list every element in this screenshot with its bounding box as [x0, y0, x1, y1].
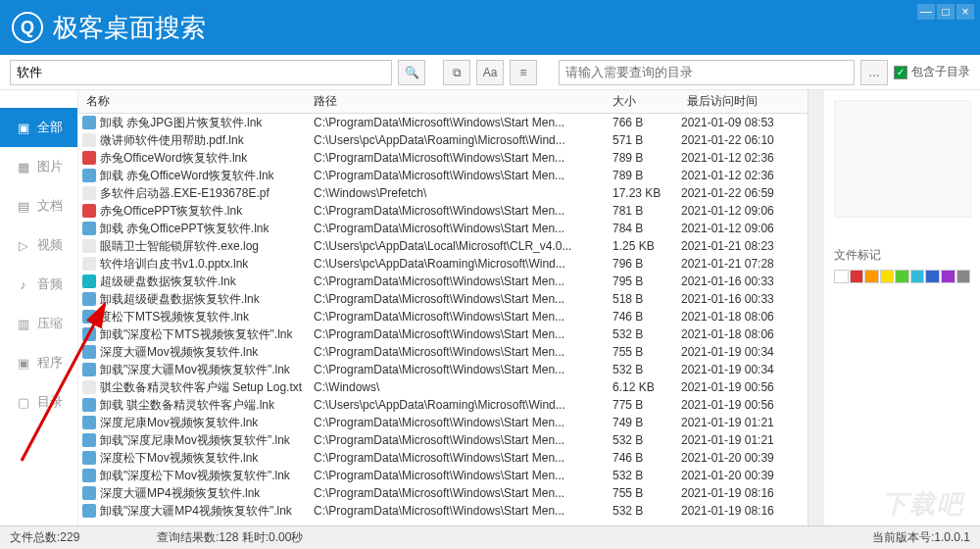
- search-input[interactable]: [10, 60, 392, 85]
- copy-button[interactable]: ⧉: [443, 60, 470, 85]
- file-list: 名称 路径 大小 最后访问时间 卸载 赤兔JPG图片恢复软件.lnkC:\Pro…: [78, 90, 808, 525]
- cell-name: 赤兔OfficeWord恢复软件.lnk: [100, 150, 314, 167]
- table-row[interactable]: 深度尼康Mov视频恢复软件.lnkC:\ProgramData\Microsof…: [78, 414, 808, 431]
- table-row[interactable]: 卸载"深度松下MTS视频恢复软件".lnkC:\ProgramData\Micr…: [78, 325, 808, 343]
- tag-color-swatch[interactable]: [941, 270, 956, 283]
- tag-color-swatch[interactable]: [925, 270, 940, 283]
- tag-color-swatch[interactable]: [895, 270, 909, 283]
- cell-name: 眼睛卫士智能锁屏软件.exe.log: [100, 238, 314, 255]
- cell-size: 746 B: [612, 451, 681, 465]
- minimize-button[interactable]: —: [917, 4, 935, 20]
- cell-size: 789 B: [612, 169, 681, 182]
- file-icon: [82, 274, 96, 288]
- filter-button[interactable]: ≡: [510, 60, 537, 85]
- col-time-header[interactable]: 最后访问时间: [681, 93, 808, 110]
- table-row[interactable]: 卸载超级硬盘数据恢复软件.lnkC:\ProgramData\Microsoft…: [78, 290, 808, 308]
- cell-path: C:\ProgramData\Microsoft\Windows\Start M…: [314, 310, 612, 324]
- tag-color-swatch[interactable]: [850, 270, 864, 283]
- file-icon: [82, 469, 96, 482]
- table-row[interactable]: 深度大疆Mov视频恢复软件.lnkC:\ProgramData\Microsof…: [78, 343, 808, 361]
- col-size-header[interactable]: 大小: [612, 93, 681, 110]
- sidebar-tab-4[interactable]: ♪音频: [0, 265, 77, 304]
- cell-name: 卸载 赤兔JPG图片恢复软件.lnk: [100, 115, 314, 131]
- table-row[interactable]: 眼睛卫士智能锁屏软件.exe.logC:\Users\pc\AppData\Lo…: [78, 237, 808, 255]
- cell-path: C:\ProgramData\Microsoft\Windows\Start M…: [314, 204, 612, 218]
- cell-path: C:\ProgramData\Microsoft\Windows\Start M…: [314, 116, 612, 129]
- table-row[interactable]: 赤兔OfficeWord恢复软件.lnkC:\ProgramData\Micro…: [78, 149, 808, 167]
- file-icon: [82, 116, 96, 129]
- include-subdir-checkbox[interactable]: ✓ 包含子目录: [894, 64, 970, 80]
- file-icon: [82, 169, 96, 182]
- cell-size: 781 B: [612, 204, 681, 218]
- col-path-header[interactable]: 路径: [314, 93, 612, 110]
- file-icon: [82, 398, 96, 412]
- video-icon: ▷: [16, 237, 31, 253]
- cell-path: C:\Users\pc\AppData\Local\Microsoft\CLR_…: [314, 239, 612, 253]
- sidebar-tab-2[interactable]: ▤文档: [0, 186, 77, 225]
- sidebar-tab-label: 程序: [37, 354, 63, 372]
- maximize-button[interactable]: □: [937, 4, 955, 20]
- tag-color-swatch[interactable]: [956, 270, 971, 283]
- table-row[interactable]: 卸载 赤兔JPG图片恢复软件.lnkC:\ProgramData\Microso…: [78, 114, 808, 131]
- file-icon: [82, 257, 96, 271]
- sidebar-tab-label: 目录: [37, 393, 63, 411]
- cell-name: 深度尼康Mov视频恢复软件.lnk: [100, 415, 314, 431]
- file-icon: [82, 327, 96, 341]
- table-row[interactable]: 卸载"深度松下Mov视频恢复软件".lnkC:\ProgramData\Micr…: [78, 467, 808, 484]
- search-button[interactable]: 🔍: [398, 60, 425, 85]
- browse-dir-button[interactable]: …: [860, 60, 888, 85]
- cell-time: 2021-01-09 08:53: [681, 116, 804, 129]
- table-row[interactable]: 度松下MTS视频恢复软件.lnkC:\ProgramData\Microsoft…: [78, 308, 808, 325]
- cell-time: 2021-01-19 01:21: [681, 416, 804, 429]
- table-row[interactable]: 骐尘数备精灵软件客户端 Setup Log.txtC:\Windows\6.12…: [78, 378, 808, 396]
- cell-time: 2021-01-20 00:39: [681, 451, 804, 465]
- table-row[interactable]: 卸载"深度尼康Mov视频恢复软件".lnkC:\ProgramData\Micr…: [78, 431, 808, 449]
- table-row[interactable]: 卸载 赤兔OfficeWord恢复软件.lnkC:\ProgramData\Mi…: [78, 167, 808, 184]
- cell-time: 2021-01-16 00:33: [681, 292, 804, 306]
- table-row[interactable]: 赤兔OfficePPT恢复软件.lnkC:\ProgramData\Micros…: [78, 202, 808, 220]
- file-icon: [82, 222, 96, 235]
- cell-time: 2021-01-19 00:34: [681, 363, 804, 376]
- cell-time: 2021-01-21 08:23: [681, 239, 804, 253]
- scrollbar[interactable]: [808, 90, 823, 525]
- col-name-header[interactable]: 名称: [78, 93, 314, 110]
- sidebar-tab-6[interactable]: ▣程序: [0, 343, 77, 382]
- table-row[interactable]: 超级硬盘数据恢复软件.lnkC:\ProgramData\Microsoft\W…: [78, 273, 808, 290]
- sidebar-tab-7[interactable]: ▢目录: [0, 382, 77, 422]
- cell-size: 571 B: [612, 133, 681, 147]
- tag-color-swatch[interactable]: [834, 270, 849, 283]
- tag-color-swatch[interactable]: [864, 270, 879, 283]
- cell-path: C:\ProgramData\Microsoft\Windows\Start M…: [314, 451, 612, 465]
- file-icon: [82, 151, 96, 165]
- table-row[interactable]: 软件培训白皮书v1.0.pptx.lnkC:\Users\pc\AppData\…: [78, 255, 808, 273]
- cell-time: 2021-01-18 08:06: [681, 310, 804, 324]
- directory-input[interactable]: [559, 60, 855, 85]
- cell-path: C:\ProgramData\Microsoft\Windows\Start M…: [314, 222, 612, 235]
- tag-color-swatch[interactable]: [880, 270, 895, 283]
- case-button[interactable]: Aa: [476, 60, 504, 85]
- file-icon: [82, 186, 96, 200]
- cell-size: 784 B: [612, 222, 681, 235]
- sidebar-tab-1[interactable]: ▦图片: [0, 147, 77, 186]
- table-row[interactable]: 卸载"深度大疆MP4视频恢复软件".lnkC:\ProgramData\Micr…: [78, 502, 808, 520]
- sidebar-tab-5[interactable]: ▥压缩: [0, 304, 77, 343]
- sidebar-tab-0[interactable]: ▣全部: [0, 108, 77, 147]
- tag-color-swatch[interactable]: [910, 270, 925, 283]
- table-row[interactable]: 卸载 赤兔OfficePPT恢复软件.lnkC:\ProgramData\Mic…: [78, 220, 808, 237]
- table-row[interactable]: 深度松下Mov视频恢复软件.lnkC:\ProgramData\Microsof…: [78, 449, 808, 467]
- copy-icon: ⧉: [453, 66, 462, 79]
- app-logo-icon: Q: [12, 12, 43, 43]
- sidebar-tab-3[interactable]: ▷视频: [0, 225, 77, 265]
- image-icon: ▦: [16, 159, 31, 175]
- cell-time: 2021-01-22 06:10: [681, 133, 804, 147]
- cell-name: 深度松下Mov视频恢复软件.lnk: [100, 450, 314, 467]
- close-button[interactable]: ×: [956, 4, 974, 20]
- table-row[interactable]: 深度大疆MP4视频恢复软件.lnkC:\ProgramData\Microsof…: [78, 484, 808, 502]
- file-icon: [82, 486, 96, 500]
- table-row[interactable]: 多软件启动器.EXE-E193678E.pfC:\Windows\Prefetc…: [78, 184, 808, 202]
- cell-time: 2021-01-19 08:16: [681, 486, 804, 500]
- checkbox-checked-icon: ✓: [894, 66, 907, 79]
- table-row[interactable]: 微讲师软件使用帮助.pdf.lnkC:\Users\pc\AppData\Roa…: [78, 131, 808, 149]
- table-row[interactable]: 卸载 骐尘数备精灵软件客户端.lnkC:\Users\pc\AppData\Ro…: [78, 396, 808, 414]
- table-row[interactable]: 卸载"深度大疆Mov视频恢复软件".lnkC:\ProgramData\Micr…: [78, 361, 808, 378]
